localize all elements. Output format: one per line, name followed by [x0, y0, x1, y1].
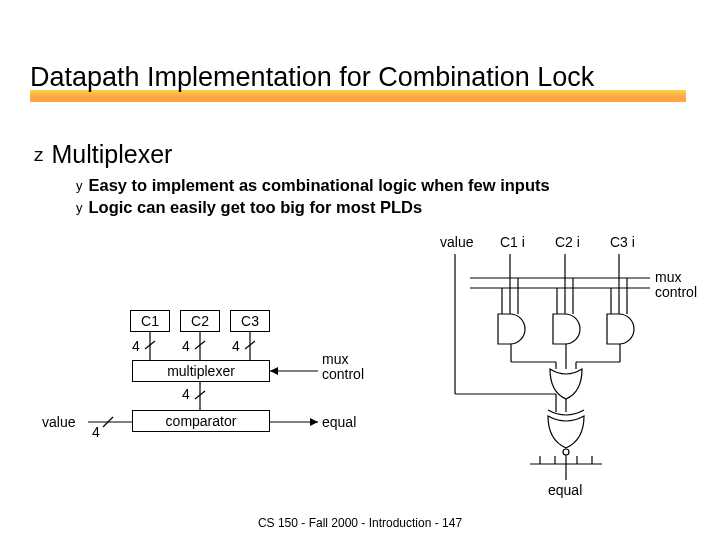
- bus-4-mux-out: 4: [182, 386, 190, 402]
- multiplexer-box: multiplexer: [132, 360, 270, 382]
- sub-bullet-1-label: Easy to implement as combinational logic…: [89, 176, 550, 195]
- bullet-main-label: Multiplexer: [52, 140, 173, 169]
- sub-bullet-1: y Easy to implement as combinational log…: [76, 176, 550, 195]
- svg-marker-13: [310, 418, 318, 426]
- sub-bullet-2-label: Logic can easily get too big for most PL…: [89, 198, 423, 217]
- z-bullet-icon: z: [34, 144, 44, 166]
- svg-marker-11: [270, 367, 278, 375]
- bus-4-c3: 4: [232, 338, 240, 354]
- svg-point-37: [563, 449, 569, 455]
- bus-4-c1: 4: [132, 338, 140, 354]
- page-title: Datapath Implementation for Combination …: [30, 62, 594, 93]
- value-label-left: value: [42, 414, 75, 430]
- mux-control-label: mux control: [322, 352, 364, 383]
- footer: CS 150 - Fall 2000 - Introduction - 147: [0, 516, 720, 530]
- bus-4-value: 4: [92, 424, 100, 440]
- sub-bullet-2: y Logic can easily get too big for most …: [76, 198, 422, 217]
- bus-4-c2: 4: [182, 338, 190, 354]
- y-bullet-icon: y: [76, 200, 83, 215]
- y-bullet-icon: y: [76, 178, 83, 193]
- comparator-box: comparator: [132, 410, 270, 432]
- equal-label-left: equal: [322, 414, 356, 430]
- bullet-multiplexer: z Multiplexer: [34, 140, 172, 169]
